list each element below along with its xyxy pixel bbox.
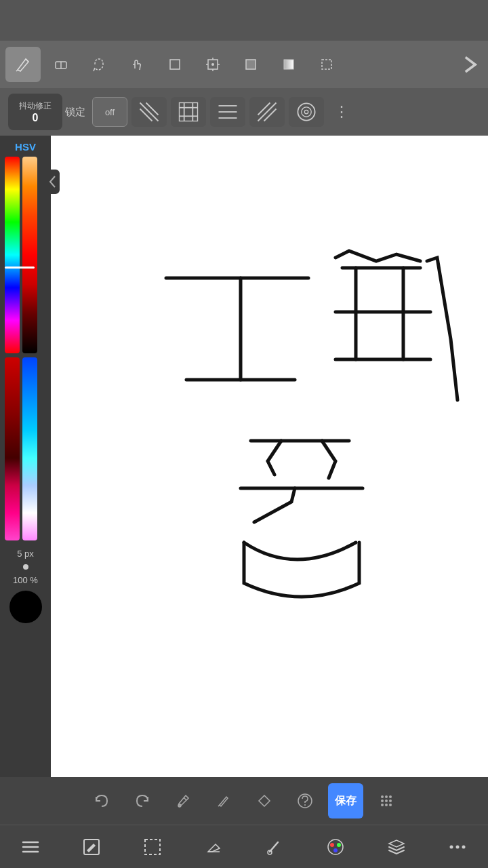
lock-grid[interactable] [171,97,206,127]
undo-button[interactable] [84,783,119,818]
svg-point-52 [456,845,460,848]
svg-rect-8 [284,60,293,69]
nav-menu[interactable] [10,829,51,865]
svg-point-25 [302,107,311,117]
svg-rect-17 [180,103,198,121]
color-sliders-2[interactable] [5,357,47,540]
nav-eraser[interactable] [193,829,234,865]
lock-section: 锁定 off [65,97,480,127]
svg-line-0 [16,70,18,71]
nav-layers[interactable] [376,829,417,865]
svg-point-48 [330,843,334,847]
lock-more-button[interactable]: ⋮ [328,97,355,127]
redo-button[interactable] [125,783,160,818]
tool-bucket[interactable] [271,47,306,82]
svg-rect-7 [246,60,256,69]
blue-slider[interactable] [22,357,37,540]
tool-crop[interactable] [157,47,192,82]
svg-rect-5 [170,60,180,69]
svg-point-32 [385,795,388,798]
tool-forward[interactable] [458,47,483,82]
nav-more[interactable] [437,829,478,865]
diamond-button[interactable] [247,783,282,818]
svg-line-11 [146,103,159,115]
satval-slider[interactable] [22,157,37,353]
svg-rect-9 [322,60,331,69]
antishake-button[interactable]: 抖动修正 0 [8,94,62,130]
toolbar-row1 [0,41,488,88]
tool-pen[interactable] [5,47,41,82]
toolbar-row2: 抖动修正 0 锁定 off [0,88,488,136]
svg-point-31 [381,795,384,798]
tool-transform[interactable] [195,47,230,82]
svg-point-36 [389,800,392,802]
save-label: 保存 [335,794,357,808]
nav-brush[interactable] [254,829,295,865]
nav-edit[interactable] [71,829,112,865]
lock-circle[interactable] [289,97,324,127]
svg-point-39 [389,804,392,806]
color-sliders[interactable] [5,157,47,353]
tool-lasso[interactable] [81,47,117,82]
antishake-value: 0 [33,112,39,124]
nav-color[interactable] [315,829,356,865]
opacity-label: 100 % [13,575,38,585]
svg-point-49 [337,843,341,847]
pencil-button[interactable] [206,783,241,818]
svg-point-24 [298,103,314,120]
brush-size-dot [23,564,28,570]
svg-point-30 [304,804,306,806]
svg-point-50 [333,848,338,852]
bottom-toolbar: 保存 [0,777,488,825]
svg-line-12 [140,109,152,121]
svg-rect-44 [145,840,160,854]
nav-bar [0,825,488,868]
svg-point-33 [389,795,392,798]
svg-point-51 [450,845,453,848]
lock-off-label: off [105,107,115,117]
tool-hand[interactable] [119,47,155,82]
lock-horizontal[interactable] [210,97,245,127]
color-swatch[interactable] [9,591,42,623]
grid-button[interactable] [369,783,404,818]
svg-line-27 [184,797,186,800]
svg-line-22 [258,103,270,115]
tool-selection[interactable] [309,47,344,82]
svg-point-6 [211,63,214,66]
antishake-label: 抖动修正 [19,100,52,112]
color-panel: HSV 5 px 100 % [0,136,51,787]
hue-slider[interactable] [5,157,20,353]
svg-line-3 [94,68,95,71]
svg-point-34 [381,800,384,802]
tool-eraser[interactable] [43,47,79,82]
color-mode-label[interactable]: HSV [15,141,36,153]
status-bar [0,0,488,41]
svg-point-26 [304,110,308,113]
help-button[interactable] [287,783,323,818]
lock-label: 锁定 [65,106,85,119]
svg-point-38 [385,804,388,806]
svg-line-23 [264,109,277,121]
save-button[interactable]: 保存 [328,783,363,818]
brush-size-label: 5 px [17,549,34,559]
eyedropper-button[interactable] [165,783,201,818]
lock-diagonal1[interactable] [131,97,167,127]
lock-diagonal2[interactable] [249,97,285,127]
canvas-area[interactable] [51,136,488,787]
lock-off-button[interactable]: off [92,97,127,127]
tool-fill[interactable] [233,47,268,82]
svg-point-35 [385,800,388,802]
panel-collapse-arrow[interactable] [46,170,60,194]
svg-point-37 [381,804,384,806]
svg-point-53 [462,845,466,848]
val-slider[interactable] [5,357,20,540]
nav-selection[interactable] [132,829,173,865]
